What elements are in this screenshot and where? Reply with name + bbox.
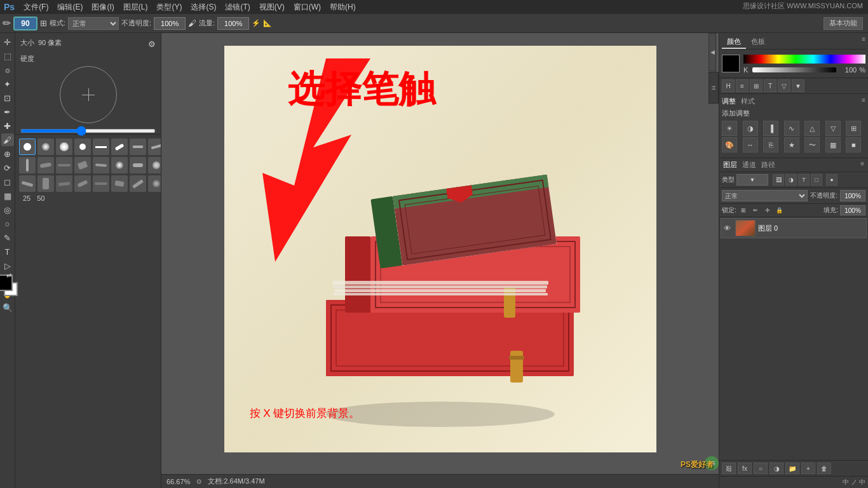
brush-thumb-2[interactable] <box>37 139 54 155</box>
adj-icon-contrast[interactable]: ◑ <box>743 121 758 136</box>
link-layers-btn[interactable]: ⛓ <box>722 463 736 474</box>
brush-thumb-7[interactable] <box>130 139 146 155</box>
menu-layer[interactable]: 图层(L) <box>123 2 148 13</box>
right-btn-3[interactable]: ⊞ <box>750 79 763 92</box>
brush-settings-icon[interactable]: ⚙ <box>148 39 156 49</box>
tool-move[interactable]: ✛ <box>1 36 14 48</box>
menu-help[interactable]: 帮助(H) <box>330 2 356 13</box>
brush-thumb-15[interactable] <box>130 157 146 173</box>
layer-filter-type[interactable]: T <box>798 174 810 186</box>
tool-dodge[interactable]: ○ <box>1 217 14 230</box>
color-gradient-bar[interactable] <box>743 55 865 64</box>
adj-icon-sun[interactable]: ☀ <box>722 121 737 136</box>
fill-input[interactable] <box>840 205 865 215</box>
adj-icon-levels[interactable]: ▐ <box>763 121 778 136</box>
menu-view[interactable]: 视图(V) <box>259 2 285 13</box>
new-layer-btn[interactable]: + <box>801 463 815 474</box>
tool-heal[interactable]: ✚ <box>1 119 14 132</box>
brush-thumb-3[interactable] <box>56 139 72 155</box>
tool-wand[interactable]: ✦ <box>1 78 14 90</box>
brush-thumb-23[interactable] <box>130 175 146 192</box>
tool-marquee[interactable]: ⬚ <box>1 50 14 62</box>
adj-icon-gradient2[interactable]: ▦ <box>825 137 841 152</box>
menu-select[interactable]: 选择(S) <box>191 2 216 13</box>
menu-image[interactable]: 图像(I) <box>92 2 114 13</box>
adj-icon-wave[interactable]: 〜 <box>804 137 820 152</box>
adj-icon-copy[interactable]: ⎘ <box>763 137 778 152</box>
brush-thumb-14[interactable] <box>111 157 128 173</box>
menu-type[interactable]: 类型(Y) <box>156 2 182 13</box>
layer-filter-shape[interactable]: □ <box>811 174 822 186</box>
brush-thumb-8[interactable] <box>148 139 161 155</box>
delete-layer-btn[interactable]: 🗑 <box>817 463 831 474</box>
adj-icon-star[interactable]: ★ <box>784 137 799 152</box>
adj-menu[interactable]: ≡ <box>862 97 865 106</box>
lock-paint[interactable]: ✏ <box>750 205 761 215</box>
tool-history[interactable]: ⟳ <box>1 161 14 174</box>
adj-icon-solid[interactable]: ■ <box>846 137 861 152</box>
layers-tab[interactable]: 图层 <box>723 160 737 170</box>
tool-lasso[interactable]: ⌾ <box>1 64 14 76</box>
brush-thumb-6[interactable] <box>111 139 128 155</box>
adj-tab-styles[interactable]: 样式 <box>741 97 755 106</box>
adj-icon-checkerboard[interactable]: ⊞ <box>846 121 861 136</box>
menu-edit[interactable]: 编辑(E) <box>57 2 83 13</box>
swatches-tab[interactable]: 色板 <box>746 36 770 49</box>
swap-colors-icon[interactable]: ⇄ <box>6 272 11 279</box>
canvas-area[interactable]: 选择笔触 <box>161 33 719 488</box>
menu-window[interactable]: 窗口(W) <box>294 2 321 13</box>
tool-gradient[interactable]: ▦ <box>1 189 14 202</box>
tool-type[interactable]: T <box>1 245 14 258</box>
tool-pen[interactable]: ✎ <box>1 231 14 244</box>
right-btn-5[interactable]: ▽ <box>778 79 790 92</box>
adj-icon-link[interactable]: ↔ <box>743 137 758 152</box>
brush-thumb-18[interactable] <box>37 175 54 192</box>
tool-blur[interactable]: ◎ <box>1 203 14 216</box>
brush-thumb-24[interactable] <box>148 175 161 192</box>
adj-icon-hue[interactable]: 🎨 <box>722 137 737 152</box>
brush-thumb-10[interactable] <box>37 157 54 173</box>
color-main-swatch[interactable] <box>722 55 740 72</box>
right-btn-4[interactable]: T <box>764 79 776 92</box>
brush-thumb-17[interactable] <box>19 175 36 192</box>
brush-size-box[interactable]: 90 <box>13 17 37 30</box>
right-btn-6[interactable]: ▼ <box>792 79 804 92</box>
layer-filter-img[interactable]: 🖼 <box>773 174 784 186</box>
layer-row-0[interactable]: 👁 图层 0 <box>721 218 867 238</box>
brush-thumb-22[interactable] <box>111 175 128 192</box>
workspace-label[interactable]: 基本功能 <box>824 17 863 30</box>
tool-eraser[interactable]: ◻ <box>1 175 14 188</box>
canvas-inner[interactable]: 选择笔触 <box>224 46 656 452</box>
layers-mode-select[interactable]: 正常 <box>722 190 808 201</box>
tool-path-select[interactable]: ▷ <box>1 259 14 272</box>
tool-brush[interactable]: 🖌 <box>1 133 14 146</box>
brush-thumb-5[interactable] <box>93 139 109 155</box>
brush-thumb-12[interactable] <box>74 157 91 173</box>
history-panel-btn[interactable]: H <box>709 72 719 104</box>
brush-thumb-21[interactable] <box>93 175 109 192</box>
right-btn-1[interactable]: H <box>722 79 735 92</box>
collapse-panel-btn[interactable]: ◀ <box>709 33 716 71</box>
tool-crop[interactable]: ⊡ <box>1 92 14 104</box>
mode-select[interactable]: 正常 <box>68 17 119 30</box>
brush-thumb-1[interactable] <box>19 139 36 155</box>
brush-thumb-16[interactable] <box>148 157 161 173</box>
layers-menu[interactable]: ≡ <box>860 160 864 170</box>
brush-thumb-11[interactable] <box>56 157 72 173</box>
brush-thumb-9[interactable] <box>19 157 36 173</box>
color-tab[interactable]: 颜色 <box>722 36 746 49</box>
adj-tab-adjustments[interactable]: 调整 <box>722 97 736 106</box>
add-mask-btn[interactable]: ○ <box>754 463 768 474</box>
adj-icon-triangle[interactable]: ▽ <box>825 121 841 136</box>
menu-file[interactable]: 文件(F) <box>24 2 48 13</box>
lock-move[interactable]: ✛ <box>763 205 773 215</box>
opacity-input[interactable] <box>154 17 186 30</box>
brush-thumb-20[interactable] <box>74 175 91 192</box>
paths-tab[interactable]: 路径 <box>761 160 775 170</box>
layer-filter-adj[interactable]: ◑ <box>785 174 797 186</box>
lock-all[interactable]: 🔒 <box>775 205 785 215</box>
brush-thumb-19[interactable] <box>56 175 72 192</box>
adj-icon-exposure[interactable]: △ <box>804 121 820 136</box>
k-slider[interactable] <box>752 67 836 72</box>
add-style-btn[interactable]: fx <box>738 463 752 474</box>
